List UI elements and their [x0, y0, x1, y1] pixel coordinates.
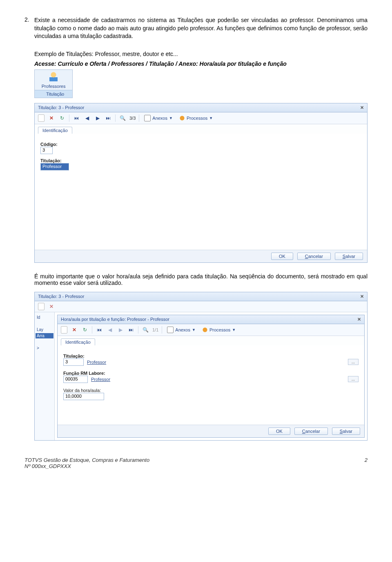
processos-dropdown[interactable]: Processos ▼: [178, 114, 214, 122]
chevron-down-icon: ▼: [169, 116, 173, 120]
chevron-down-icon: ▼: [192, 328, 196, 332]
menu-titulacao-label: Titulação: [46, 92, 64, 96]
form-body: Código: 3 Titulação: Professor: [35, 134, 367, 250]
cancel-button[interactable]: Cancelar: [297, 253, 331, 260]
pager-text: 1/1: [152, 327, 158, 332]
outer-toolbar: ✕: [35, 301, 367, 312]
close-icon[interactable]: ✕: [360, 294, 364, 299]
funcao-code-input[interactable]: 00035: [63, 376, 88, 383]
side-strip: Id Lay Arra >: [35, 312, 55, 440]
side-arrow[interactable]: >: [36, 345, 53, 351]
side-blank2[interactable]: [36, 339, 53, 345]
refresh-icon[interactable]: ↻: [58, 114, 66, 122]
delete-icon[interactable]: ✕: [48, 114, 55, 122]
tab-row: Identificação: [35, 124, 367, 134]
menu-screenshot: Professores Titulação: [34, 69, 73, 98]
list-text: Existe a necessidade de cadastrarmos no …: [34, 16, 368, 40]
numbered-paragraph: 2. Existe a necessidade de cadastrarmos …: [24, 16, 368, 40]
close-icon[interactable]: ✕: [357, 317, 361, 322]
side-lay[interactable]: Lay: [36, 327, 53, 332]
new-icon[interactable]: [61, 326, 67, 334]
refresh-icon[interactable]: ↻: [81, 326, 89, 334]
dialog-titulacao-title: Titulação: 3 - Professor: [38, 105, 84, 110]
anexos-dropdown[interactable]: Anexos ▼: [165, 326, 197, 334]
menu-professores-label: Professores: [42, 84, 66, 89]
titulacao-label: Titulação:: [63, 354, 359, 358]
outer-title: Titulação: 3 - Professor: [38, 294, 84, 299]
dialog-titulacao-outer: Titulação: 3 - Professor ✕ ✕ Id Lay Arra…: [34, 292, 368, 441]
codigo-value: 3: [42, 148, 45, 152]
separator: [162, 326, 162, 334]
lookup-button[interactable]: ...: [348, 359, 359, 365]
form-body: Titulação: 3 Professor ... Função RM Lab…: [58, 345, 364, 425]
save-button[interactable]: Salvar: [335, 253, 363, 260]
first-icon[interactable]: ⏮: [96, 326, 103, 334]
anexos-dropdown[interactable]: Anexos ▼: [143, 114, 174, 122]
codigo-input[interactable]: 3: [40, 147, 53, 154]
ok-button[interactable]: OK: [268, 428, 290, 435]
anexos-label: Anexos: [175, 327, 190, 332]
close-icon[interactable]: ✕: [360, 105, 364, 110]
tab-identificacao[interactable]: Identificação: [38, 127, 72, 134]
pager-text: 3/3: [129, 116, 136, 121]
tab-label: Identificação: [42, 128, 68, 133]
new-icon[interactable]: [38, 303, 45, 310]
search-icon[interactable]: 🔍: [142, 326, 149, 334]
side-id[interactable]: Id: [36, 315, 53, 320]
separator: [139, 114, 139, 122]
ok-button[interactable]: OK: [271, 253, 293, 260]
titulacao-code: 3: [65, 359, 68, 364]
tab-label: Identificação: [65, 340, 91, 345]
last-icon[interactable]: ⏭: [105, 114, 112, 122]
chevron-down-icon: ▼: [232, 328, 236, 332]
funcao-label: Função RM Labore:: [63, 371, 359, 376]
save-button[interactable]: Salvar: [332, 428, 360, 435]
delete-icon[interactable]: ✕: [48, 303, 55, 310]
valor-label: Valor da hora/aula:: [63, 388, 359, 393]
side-arra[interactable]: Arra: [36, 333, 53, 338]
footer-left: TOTVS Gestão de Estoque, Compras e Fatur…: [24, 457, 149, 469]
menu-titulacao[interactable]: Titulação: [35, 90, 72, 98]
next-icon[interactable]: ▶: [117, 326, 124, 334]
titulacao-value: Professor: [42, 164, 62, 169]
anexos-icon: [144, 115, 151, 121]
side-blank1[interactable]: [36, 321, 53, 326]
hora-aula-toolbar: ✕ ↻ ⏮ ◀ ▶ ⏭ 🔍 1/1 Anexos ▼: [58, 324, 364, 336]
funcao-name: Professor: [91, 377, 345, 382]
processos-dropdown[interactable]: Processos ▼: [200, 326, 237, 334]
hora-aula-titlebar: Hora/aula por titulação e função: Profes…: [58, 315, 364, 324]
lookup-button[interactable]: ...: [348, 376, 359, 382]
tab-identificacao[interactable]: Identificação: [61, 338, 95, 345]
titulacao-code-input[interactable]: 3: [63, 358, 84, 366]
footer-page-number: 2: [365, 457, 368, 469]
outer-titlebar: Titulação: 3 - Professor ✕: [35, 292, 367, 301]
chevron-down-icon: ▼: [209, 116, 213, 120]
valor-input[interactable]: 10,0000: [63, 393, 104, 400]
anexos-label: Anexos: [152, 116, 167, 121]
last-icon[interactable]: ⏭: [127, 326, 135, 334]
titulacao-input[interactable]: Professor: [40, 163, 69, 170]
search-icon[interactable]: 🔍: [119, 114, 126, 122]
processos-label: Processos: [209, 327, 230, 332]
next-icon[interactable]: ▶: [94, 114, 101, 122]
funcao-code: 00035: [65, 376, 78, 381]
footer-product: TOTVS Gestão de Estoque, Compras e Fatur…: [24, 457, 149, 463]
delete-icon[interactable]: ✕: [71, 326, 78, 334]
prev-icon[interactable]: ◀: [106, 326, 114, 334]
page-footer: TOTVS Gestão de Estoque, Compras e Fatur…: [24, 457, 368, 469]
professor-icon: [49, 72, 58, 81]
access-path: Acesse: Currículo e Oferta / Professores…: [34, 60, 368, 67]
menu-professores[interactable]: Professores: [35, 70, 72, 90]
processos-icon: [179, 115, 185, 121]
dialog-hora-aula: Hora/aula por titulação e função: Profes…: [57, 315, 365, 438]
prev-icon[interactable]: ◀: [83, 114, 91, 122]
processos-icon: [202, 327, 208, 333]
footer-docnum: Nº 000xx_GDPXXX: [24, 463, 71, 469]
list-number: 2.: [24, 16, 34, 40]
dialog-footer: OK Cancelar Salvar: [58, 425, 364, 437]
first-icon[interactable]: ⏮: [73, 114, 80, 122]
new-icon[interactable]: [38, 114, 45, 122]
outer-body: Id Lay Arra > Hora/aula por titulação e …: [35, 312, 367, 440]
toolbar: ✕ ↻ ⏮ ◀ ▶ ⏭ 🔍 3/3 Anexos ▼ Processos ▼: [35, 112, 367, 124]
cancel-button[interactable]: Cancelar: [294, 428, 328, 435]
